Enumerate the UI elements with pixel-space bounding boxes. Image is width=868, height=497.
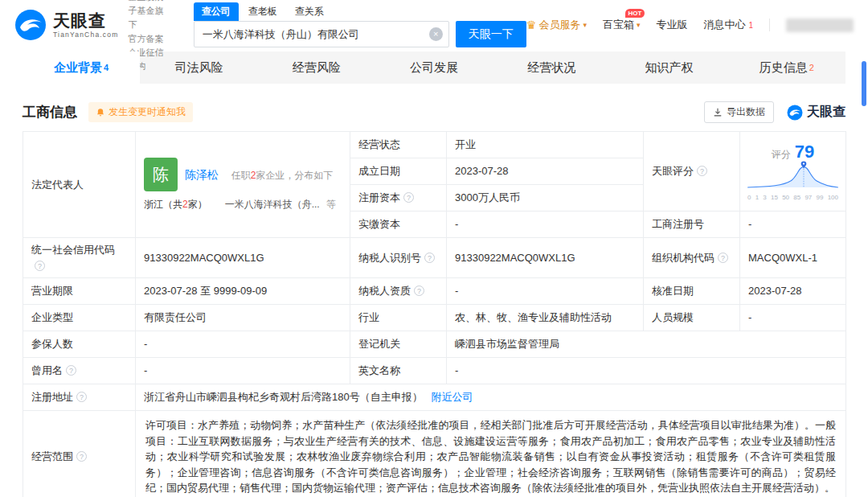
clear-icon[interactable]: × [429,27,443,41]
search-button[interactable]: 天眼一下 [456,21,526,47]
help-icon[interactable]: ? [35,261,45,271]
field-value-english-name: - [447,358,846,384]
brand-domain: TianYanCha.com [53,31,119,39]
chevron-down-icon: ▾ [583,21,587,29]
field-value-registry: 嵊泗县市场监督管理局 [447,331,846,358]
score-caption: 评分 [772,149,791,160]
legal-rep-note: 任职2家企业，分布如下 [231,170,334,181]
field-value-approval-date: 2023-07-28 [740,278,846,305]
field-label-industry: 行业 [350,305,447,331]
field-label-address: 注册地址? [23,384,136,411]
user-account-blurred[interactable] [786,18,854,32]
brand-logo-icon [14,9,47,41]
tab-intellectual-property[interactable]: 知识产权 [610,51,727,84]
bell-icon [96,108,105,117]
field-label-established: 成立日期 [350,158,447,185]
tab-judicial-risk[interactable]: 司法风险 [140,51,257,84]
field-label-taxpayer-id: 纳税人识别号? [350,238,447,278]
field-value-business-term: 2023-07-28 至 9999-09-09 [136,278,350,305]
chevron-down-icon: ▾ [637,21,641,29]
field-value-org-code: MACQ0WXL-1 [740,238,846,278]
field-label-credit-code: 统一社会信用代码? [23,238,136,278]
help-icon[interactable]: ? [76,451,87,462]
field-label-reg-number: 工商注册号 [644,212,740,238]
search-input[interactable] [194,21,449,47]
field-label-english-name: 英文名称 [350,358,447,384]
pro-version-link[interactable]: 专业版 [656,18,687,32]
legal-rep-region-filter[interactable]: 浙江（共2家） [144,197,207,212]
hot-badge: HOT [625,9,645,18]
tab-count-badge: 2 [809,63,814,72]
field-label-approval-date: 核准日期 [644,278,740,305]
crown-icon: ♛ [526,18,537,31]
export-data-button[interactable]: 导出数据 [704,101,774,123]
legal-rep-cell: 陈 陈泽松 任职2家企业，分布如下 浙江（共2家） 一米八海洋科技（舟... 等 [136,132,350,238]
brand-logo-icon [787,105,803,121]
field-value-industry: 农、林、牧、渔专业及辅助性活动 [447,305,644,331]
tab-company-development[interactable]: 公司发展 [375,51,493,84]
field-value-taxpayer-quality: - [447,278,644,305]
field-value-credit-code: 91330922MACQ0WXL1G [136,238,350,278]
field-value-former-name: - [136,358,350,384]
top-header: 天眼查 TianYanCha.com 国家中小企业发展子基金旗下 官方备案企业征… [0,0,868,50]
score-value: 79 [795,142,814,162]
field-label-former-name: 曾用名? [23,358,136,384]
legal-rep-avatar[interactable]: 陈 [144,158,178,191]
field-label-business-term: 营业期限 [23,278,136,305]
help-icon[interactable]: ? [718,253,728,263]
download-icon [713,108,723,117]
tab-company-background[interactable]: 企业背景4 [23,51,140,84]
field-label-org-code: 组织机构代码? [644,238,740,278]
help-icon[interactable]: ? [424,253,435,263]
help-icon[interactable]: ? [414,285,424,296]
search-tab-boss[interactable]: 查老板 [240,2,285,21]
help-icon[interactable]: ? [66,365,76,376]
tab-operating-status[interactable]: 经营状况 [493,51,610,84]
field-value-paid-capital: - [447,212,644,238]
field-label-paid-capital: 实缴资本 [350,212,447,238]
field-label-status: 经营状态 [350,132,447,158]
brand-name: 天眼查 [53,12,119,29]
legal-rep-etc: 等 [326,197,336,212]
tab-history-info[interactable]: 历史信息2 [728,51,845,84]
search-tab-relation[interactable]: 查关系 [287,2,332,21]
legal-rep-name-link[interactable]: 陈泽松 [185,168,219,181]
field-label-taxpayer-quality: 纳税人资质? [350,278,447,305]
section-title: 工商信息 [23,103,77,121]
search-area: 查公司 查老板 查关系 × 天眼一下 [194,2,526,47]
field-value-insured-count: - [136,331,350,358]
tab-count-badge: 4 [104,63,108,72]
legal-rep-company-link[interactable]: 一米八海洋科技（舟... [225,197,320,212]
field-value-reg-number: - [740,212,846,238]
field-value-taxpayer-id: 91330922MACQ0WXL1G [447,238,644,278]
search-tab-company[interactable]: 查公司 [194,2,239,21]
score-chart[interactable]: 评分79 0131550859799100 [740,132,846,212]
change-notification-button[interactable]: 发生变更时通知我 [88,102,193,122]
message-center-link[interactable]: 消息中心 1 [703,18,753,32]
treasure-box-link[interactable]: 百宝箱 ▾ HOT [603,18,641,32]
help-icon[interactable]: ? [403,192,414,203]
field-value-company-type: 有限责任公司 [136,305,350,331]
tianyancha-watermark: 天眼查 [787,104,845,121]
field-value-staff-size: - [740,305,846,331]
field-label-legal-rep: 法定代表人 [23,132,136,238]
member-services-link[interactable]: ♛ 会员服务 ▾ [526,18,587,32]
help-icon[interactable]: ? [697,166,707,176]
tab-operating-risk[interactable]: 经营风险 [258,51,375,84]
field-label-staff-size: 人员规模 [644,305,740,331]
field-label-registry: 登记机关 [350,331,447,358]
score-curve-chart [745,161,841,190]
brand-logo[interactable]: 天眼查 TianYanCha.com [14,9,119,41]
scrollbar-thumb[interactable] [862,61,866,106]
section-tabs: 企业背景4 司法风险 经营风险 公司发展 经营状况 知识产权 历史信息2 [23,51,845,84]
help-icon[interactable]: ? [76,392,87,402]
field-value-address: 浙江省舟山市嵊泗县枸杞乡奇观村后湾路180号（自主申报） 附近公司 [136,384,846,411]
field-label-insured-count: 参保人数 [23,331,136,358]
nearby-companies-link[interactable]: 附近公司 [432,391,473,403]
field-value-scope: 许可项目：水产养殖；动物饲养；水产苗种生产（依法须经批准的项目，经相关部门批准后… [136,411,846,497]
field-value-reg-capital: 3000万人民币 [447,185,644,212]
field-label-scope: 经营范围? [23,411,136,497]
business-info-table: 法定代表人 陈 陈泽松 任职2家企业，分布如下 浙江（共2家） 一米八海洋科技（… [23,131,846,497]
field-value-status: 开业 [447,132,644,158]
field-label-company-type: 企业类型 [23,305,136,331]
